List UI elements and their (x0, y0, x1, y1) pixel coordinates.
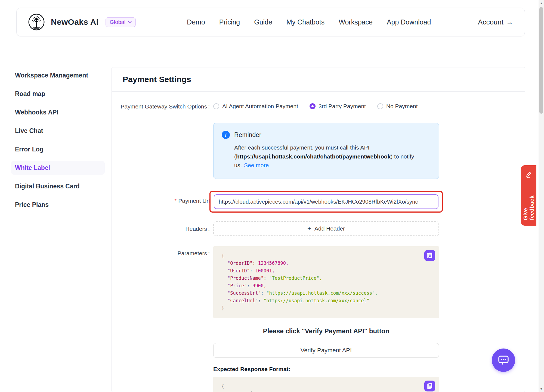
verify-instruction: Please click "Verify Payment API" button (213, 327, 439, 335)
chevron-down-icon (128, 21, 132, 23)
nav-item-pricing[interactable]: Pricing (219, 18, 240, 26)
region-dropdown-label: Global (110, 19, 125, 25)
radio-circle-icon[interactable] (377, 103, 383, 109)
radio-3rd-party-payment[interactable]: 3rd Party Payment (310, 103, 366, 110)
copy-icon[interactable] (424, 381, 435, 391)
chat-bubble-icon (497, 354, 510, 366)
see-more-link[interactable]: See more (244, 162, 269, 168)
sidebar-item-webhooks-api[interactable]: Webhooks API (11, 105, 105, 119)
verify-payment-api-button[interactable]: Verify Payment API (213, 343, 439, 358)
plus-icon: + (307, 225, 311, 232)
reminder-text: After each successful payment, you must … (234, 143, 425, 170)
gateway-switch-row: Payment Gateway Switch Options : AI Agen… (112, 102, 525, 110)
parameters-row: Parameters : { "OrderID": 1234567890, "U… (112, 246, 525, 318)
region-dropdown[interactable]: Global (106, 17, 136, 27)
chat-widget-button[interactable] (492, 349, 515, 372)
parameters-code-block: { "OrderID": 1234567890, "UserID": 10000… (213, 246, 439, 318)
expected-response-label: Expected Response Format: (213, 366, 439, 372)
nav-item-workspace[interactable]: Workspace (339, 18, 373, 26)
radio-circle-icon[interactable] (213, 103, 219, 109)
reminder-title: Reminder (234, 131, 261, 139)
scroll-down-arrow-icon[interactable]: ▼ (539, 387, 544, 391)
sidebar-item-error-log[interactable]: Error Log (11, 142, 105, 156)
sidebar-item-white-label[interactable]: White Label (11, 161, 105, 175)
gateway-switch-label: Payment Gateway Switch Options : (112, 102, 210, 110)
top-navbar: NewOaks AI Global Demo Pricing Guide My … (16, 8, 525, 36)
give-feedback-label: Give feedback (523, 182, 535, 220)
give-feedback-tab[interactable]: Give feedback (521, 165, 536, 226)
code-line: "UserID": 100001, (221, 267, 431, 275)
expected-response-code-block: { "Data": { "URL": "https://checkout.str… (213, 377, 439, 392)
payment-url-row: *Payment Url (112, 191, 525, 213)
code-line: "OrderID": 1234567890, (221, 260, 431, 267)
code-line: "Price": 9900, (221, 282, 431, 290)
vertical-scrollbar[interactable]: ▲ ▼ (539, 0, 544, 392)
gateway-radio-group: AI Agent Automation Payment 3rd Party Pa… (213, 102, 439, 110)
arrow-right-icon: → (506, 18, 513, 26)
radio-circle-checked-icon[interactable] (310, 103, 316, 109)
radio-no-payment[interactable]: No Payment (377, 103, 418, 110)
expected-response-row: { "Data": { "URL": "https://checkout.str… (112, 377, 525, 392)
code-line: "SuccessUrl": "https://usapi.hottask.com… (221, 290, 431, 297)
sidebar-item-digital-business-card[interactable]: Digital Business Card (11, 179, 105, 193)
nav-item-my-chatbots[interactable]: My Chatbots (286, 18, 324, 26)
brand-name: NewOaks AI (51, 17, 98, 27)
info-icon: i (222, 131, 230, 139)
code-line: "ProductName": "TestProductPrice", (221, 275, 431, 282)
account-link[interactable]: Account → (478, 18, 513, 26)
required-asterisk: * (174, 198, 177, 204)
headers-row: Headers : + Add Header (112, 221, 525, 236)
verify-button-row: Verify Payment API (112, 343, 525, 358)
nav-item-demo[interactable]: Demo (187, 18, 205, 26)
add-header-button[interactable]: + Add Header (213, 221, 439, 236)
parameters-label: Parameters : (112, 246, 210, 318)
sidebar-item-price-plans[interactable]: Price Plans (11, 198, 105, 212)
expected-response-label-row: Expected Response Format: (112, 366, 525, 372)
pencil-icon (525, 171, 533, 178)
payment-url-label: *Payment Url (112, 191, 210, 213)
payment-settings-panel: Payment Settings Payment Gateway Switch … (112, 67, 525, 392)
payment-settings-form: Payment Gateway Switch Options : AI Agen… (112, 92, 525, 392)
account-label: Account (478, 18, 503, 26)
settings-sidebar: Workspace Management Road map Webhooks A… (11, 69, 105, 216)
sidebar-item-road-map[interactable]: Road map (11, 87, 105, 101)
newoaks-logo-icon (28, 14, 45, 30)
nav-item-app-download[interactable]: App Download (387, 18, 431, 26)
headers-label: Headers : (112, 221, 210, 236)
annotation-highlight-box (209, 191, 443, 213)
reminder-alert: i Reminder After each successful payment… (213, 123, 439, 179)
code-line: "Data": { (221, 390, 431, 392)
nav-item-guide[interactable]: Guide (254, 18, 272, 26)
sidebar-item-workspace-management[interactable]: Workspace Management (11, 69, 105, 82)
payment-url-input[interactable] (214, 194, 438, 209)
copy-icon[interactable] (424, 250, 435, 261)
panel-header: Payment Settings (112, 67, 525, 92)
sidebar-item-live-chat[interactable]: Live Chat (11, 124, 105, 138)
webhook-api-url: https://usapi.hottask.com/chat/chatbot/p… (236, 153, 391, 160)
page-title: Payment Settings (123, 75, 514, 84)
reminder-row: i Reminder After each successful payment… (112, 123, 525, 179)
code-line: "CancelUrl": "https://usapi.hottask.com/… (221, 297, 431, 305)
verify-instruction-row: Please click "Verify Payment API" button (112, 327, 525, 335)
scroll-up-arrow-icon[interactable]: ▲ (539, 1, 544, 5)
radio-ai-agent-automation-payment[interactable]: AI Agent Automation Payment (213, 103, 298, 110)
scrollbar-thumb[interactable] (539, 7, 543, 114)
main-nav: Demo Pricing Guide My Chatbots Workspace… (187, 18, 431, 26)
